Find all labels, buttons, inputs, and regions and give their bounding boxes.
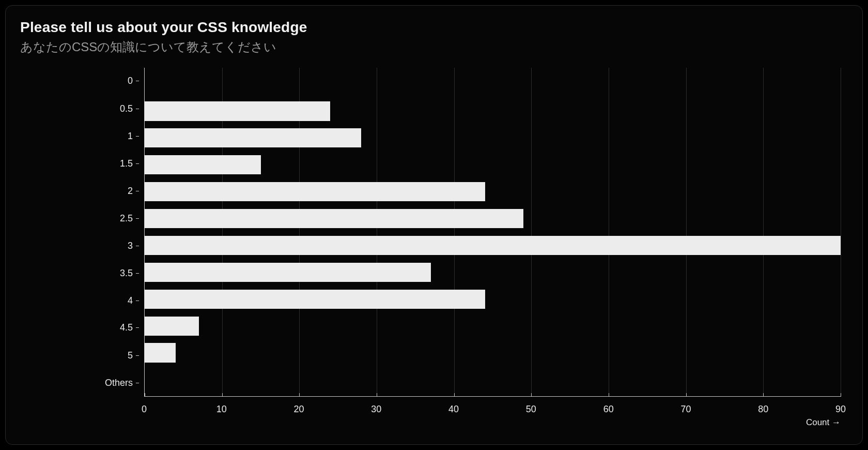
x-tick: [145, 393, 145, 397]
y-tick: [136, 191, 139, 191]
bar-row: [145, 125, 841, 152]
x-tick: [222, 393, 223, 397]
y-tick-label: 0: [128, 76, 139, 86]
y-tick: [136, 301, 139, 301]
y-tick: [136, 109, 139, 109]
x-tick-label: 20: [294, 404, 304, 415]
y-tick-text: 4.5: [120, 322, 133, 333]
x-tick: [377, 393, 377, 397]
bar: [145, 128, 361, 147]
y-tick-label: 3: [128, 241, 139, 251]
x-tick-label: 70: [680, 404, 691, 415]
y-tick-label: 4: [128, 295, 139, 306]
bar: [145, 155, 261, 174]
chart-subtitle: あなたのCSSの知識について教えてください: [20, 39, 848, 55]
y-tick: [136, 383, 139, 383]
y-tick-text: 2.5: [120, 213, 133, 224]
chart-title: Please tell us about your CSS knowledge: [20, 19, 848, 36]
y-tick: [136, 218, 139, 219]
y-tick-text: 5: [128, 350, 133, 361]
plot-area: [144, 68, 841, 397]
y-tick-label: 5: [128, 350, 139, 361]
y-tick-label: 0.5: [120, 103, 139, 114]
x-tick: [841, 393, 841, 397]
y-tick-text: 2: [128, 186, 133, 197]
bar-row: [145, 339, 841, 366]
bar: [145, 236, 841, 255]
bar-row: [145, 286, 841, 312]
y-tick-label: 2: [128, 186, 139, 197]
bar-row: [145, 71, 841, 98]
bar-row: [145, 232, 841, 259]
bar-row: [145, 98, 841, 125]
bar: [145, 209, 523, 228]
bar: [145, 290, 485, 309]
y-tick: [136, 136, 139, 137]
x-axis-labels: Count → 0102030405060708090: [144, 399, 841, 430]
y-tick: [136, 81, 139, 81]
bars-container: [145, 71, 841, 393]
y-tick-text: 1.5: [120, 158, 133, 169]
bar-row: [145, 152, 841, 178]
x-tick: [531, 393, 532, 397]
y-tick-text: 3.5: [120, 268, 133, 279]
y-tick-label: 3.5: [120, 268, 139, 279]
y-tick-text: 1: [128, 131, 133, 142]
y-tick-text: 0.5: [120, 103, 133, 114]
y-tick-label: 4.5: [120, 322, 139, 333]
bar-row: [145, 366, 841, 393]
y-tick: [136, 327, 139, 328]
bar-row: [145, 259, 841, 286]
x-axis-title: Count →: [806, 417, 841, 428]
y-tick-label: 1.5: [120, 158, 139, 169]
x-tick: [686, 393, 687, 397]
x-tick-label: 40: [448, 404, 459, 415]
x-tick: [609, 393, 609, 397]
chart-card: Please tell us about your CSS knowledge …: [5, 5, 863, 445]
x-tick-label: 90: [835, 404, 846, 415]
bar-row: [145, 178, 841, 205]
bar: [145, 263, 431, 282]
y-tick-label: 2.5: [120, 213, 139, 224]
x-tick-label: 60: [603, 404, 614, 415]
y-tick-text: Others: [105, 378, 133, 388]
x-tick-label: 30: [371, 404, 381, 415]
y-axis-labels: 00.511.522.533.544.55Others: [20, 68, 139, 397]
x-tick-label: 0: [142, 404, 147, 415]
y-tick-text: 4: [128, 295, 133, 306]
x-tick-label: 80: [758, 404, 768, 415]
y-tick-text: 0: [128, 76, 133, 86]
bar-row: [145, 312, 841, 339]
x-tick: [763, 393, 764, 397]
y-tick: [136, 246, 139, 246]
y-tick-text: 3: [128, 241, 133, 251]
x-tick-label: 10: [216, 404, 227, 415]
y-tick: [136, 163, 139, 164]
x-tick-label: 50: [526, 404, 536, 415]
gridline: [841, 68, 841, 396]
chart-area: 00.511.522.533.544.55Others Count → 0102…: [20, 68, 848, 430]
bar-row: [145, 205, 841, 232]
y-tick: [136, 273, 139, 274]
y-tick-label: Others: [105, 378, 139, 388]
x-tick: [454, 393, 455, 397]
y-tick: [136, 355, 139, 356]
x-tick: [299, 393, 300, 397]
bar: [145, 182, 485, 201]
y-tick-label: 1: [128, 131, 139, 142]
bar: [145, 317, 199, 336]
bar: [145, 343, 176, 362]
bar: [145, 101, 330, 121]
